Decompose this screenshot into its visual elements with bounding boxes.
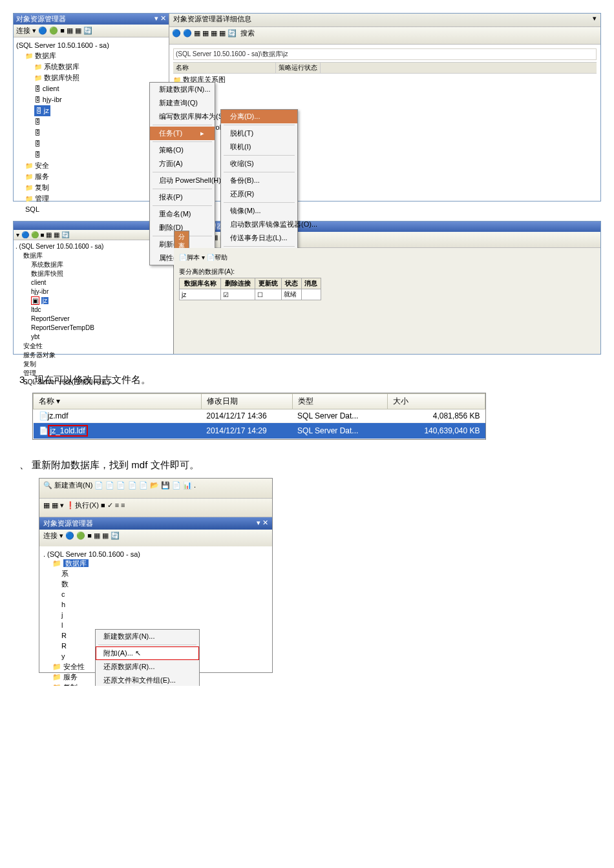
- file-header-row: 名称 ▾ 修改日期 类型 大小: [34, 394, 485, 409]
- fig1-left-title: 对象资源管理器 ▾ ✕: [14, 14, 169, 25]
- tree-item[interactable]: [34, 116, 166, 127]
- fig1-tree[interactable]: (SQL Server 10.50.1600 - sa) 数据库 系统数据库 数…: [14, 37, 169, 217]
- tree-item[interactable]: [34, 138, 166, 149]
- tree-item[interactable]: j: [61, 610, 268, 620]
- tree-folder[interactable]: 复制: [25, 182, 166, 193]
- step4-text: 、 重新附加数据库，找到 mdf 文件即可。: [19, 459, 601, 471]
- tree-folder[interactable]: 服务: [25, 171, 166, 182]
- cm1-item[interactable]: 新建数据库(N)...: [150, 83, 215, 96]
- fig4-tree[interactable]: . (SQL Server 10.50.1600 - sa) 📁 数据库 系 数…: [39, 546, 272, 686]
- cm2-item[interactable]: 备份(B)...: [221, 174, 297, 187]
- cm2-detach[interactable]: 分离(D)...: [221, 110, 297, 123]
- cm1-task-item[interactable]: 任务(T) ▸: [150, 127, 215, 140]
- tree-item[interactable]: client: [34, 83, 166, 94]
- cm1-item[interactable]: 新建查询(Q): [150, 96, 215, 110]
- cm1-item[interactable]: 方面(A): [150, 157, 215, 170]
- list-item[interactable]: 表: [173, 85, 597, 94]
- cm2-item[interactable]: 联机(I): [221, 140, 297, 154]
- tree-folder[interactable]: 安全: [25, 160, 166, 171]
- fig4-toolbar[interactable]: 连接 ▾ 🔵 🟢 ■ ▦ ▦ 🔄: [39, 530, 272, 546]
- cm1-item[interactable]: 编写数据库脚本为(S): [150, 110, 215, 123]
- file-row-mdf[interactable]: 📄jz.mdf 2014/12/17 14:36 SQL Server Dat.…: [34, 409, 485, 423]
- menu4-attach[interactable]: 附加(A)... ↖: [96, 646, 199, 660]
- tree-item-jz[interactable]: jz: [34, 105, 50, 116]
- tree-item[interactable]: hjy-ibr: [34, 94, 166, 105]
- cm2-item[interactable]: 还原(R): [221, 187, 297, 201]
- fig1-right-toolbar[interactable]: 🔵 🔵 ▦ ▦ ▦ ▦ 🔄 搜索: [169, 27, 600, 45]
- fig2-crumb[interactable]: 📄脚本 ▾ 📄帮助: [179, 253, 595, 262]
- cm2-item[interactable]: 传送事务日志(L)...: [221, 231, 297, 245]
- menu4-item[interactable]: 还原文件和文件组(E)...: [96, 674, 199, 686]
- detach-row[interactable]: jz ☑ ☐ 就绪: [180, 289, 321, 300]
- tree-item[interactable]: 数: [61, 579, 268, 589]
- fig1-right-crumb: (SQL Server 10.50.1600 - sa)\数据库\jz: [173, 48, 597, 60]
- tree-item[interactable]: c: [61, 589, 268, 599]
- cm2-item[interactable]: 收缩(S): [221, 157, 297, 170]
- fig4-attach: 🔍 新建查询(N) 📄 📄 📄 📄 📄 📂 💾 📄 📊 . ▦ ▦ ▾ ❗执行(…: [39, 478, 273, 673]
- cm1-item[interactable]: 策略(O): [150, 143, 215, 157]
- fig4-server: . (SQL Server 10.50.1600 - sa): [43, 550, 268, 558]
- cm2-item[interactable]: 脱机(T): [221, 127, 297, 140]
- menu4-item[interactable]: 还原数据库(R)...: [96, 660, 199, 674]
- fig2-detach-label: 要分离的数据库(A):: [179, 267, 595, 276]
- fig4-db-node[interactable]: 📁 数据库: [52, 558, 268, 568]
- tree-item[interactable]: 系: [61, 568, 268, 579]
- tree-item[interactable]: [34, 149, 166, 160]
- list-item[interactable]: 数据库关系图: [173, 75, 597, 85]
- step3-text: 3、现在可以修改日志文件名。: [19, 374, 601, 386]
- list-item[interactable]: 视图: [173, 94, 597, 104]
- cm2-item[interactable]: 启动数据库镜像监视器(O)...: [221, 218, 297, 231]
- tree-item[interactable]: 数据库快照: [34, 72, 166, 83]
- fig1-server: (SQL Server 10.50.1600 - sa): [16, 40, 166, 50]
- fig1-left-winbtn[interactable]: ▾ ✕: [154, 14, 166, 24]
- fig2-jz-node[interactable]: ▣ jz: [31, 296, 171, 305]
- cm1-item[interactable]: 重命名(M): [150, 207, 215, 221]
- fig1-left-pane: 对象资源管理器 ▾ ✕ 连接 ▾ 🔵 🟢 ■ ▦ ▦ 🔄 (SQL Server…: [14, 14, 169, 201]
- fig3-file-table: 名称 ▾ 修改日期 类型 大小 📄jz.mdf 2014/12/17 14:36…: [32, 393, 486, 440]
- cm2-item[interactable]: 镜像(M)...: [221, 204, 297, 218]
- fig1-right-header: 名称 策略运行状态: [173, 62, 597, 74]
- fig1-detach-context-menu: 对象资源管理器 ▾ ✕ 连接 ▾ 🔵 🟢 ■ ▦ ▦ 🔄 (SQL Server…: [13, 13, 601, 202]
- tree-item[interactable]: [34, 127, 166, 138]
- tree-folder[interactable]: 管理: [25, 193, 166, 204]
- tree-folder[interactable]: SQL: [25, 204, 166, 214]
- fig1-toolbar[interactable]: 连接 ▾ 🔵 🟢 ■ ▦ ▦ 🔄: [14, 25, 169, 37]
- fig4-menubar[interactable]: 🔍 新建查询(N) 📄 📄 📄 📄 📄 📂 💾 📄 📊 .: [39, 479, 272, 499]
- detach-table[interactable]: 数据库名称 删除连接 更新统 状态 消息 jz ☑ ☐ 就绪: [179, 278, 321, 300]
- menu4-new[interactable]: 新建数据库(N)...: [96, 630, 199, 643]
- fig2-detach-dialog: ▾ ✕ ▾ 🔵 🟢 ■ ▦ ▦ 🔄 . (SQL Server 10.50.16…: [13, 221, 601, 355]
- fig4-toolbar2[interactable]: ▦ ▦ ▾ ❗执行(X) ■ ✓ ≡ ≡: [39, 499, 272, 517]
- cm1-item[interactable]: 报表(P): [150, 191, 215, 204]
- fig4-object-explorer-title: 对象资源管理器 ▾ ✕: [39, 517, 272, 530]
- tree-item[interactable]: h: [61, 599, 268, 610]
- fig4-context-menu[interactable]: 新建数据库(N)... 附加(A)... ↖ 还原数据库(R)... 还原文件和…: [95, 629, 200, 686]
- file-row-ldf[interactable]: 📄jz_1old.ldf 2014/12/17 14:29 SQL Server…: [34, 423, 485, 439]
- cm1-item[interactable]: 启动 PowerShell(H): [150, 174, 215, 187]
- fig1-right-title: 对象资源管理器详细信息 ▾: [169, 14, 600, 27]
- fig2-server: . (SQL Server 10.50.1600 - sa): [16, 242, 171, 251]
- fig1-db-root[interactable]: 数据库: [25, 50, 166, 61]
- fig1-left-title-text: 对象资源管理器: [16, 14, 66, 24]
- tree-item[interactable]: 系统数据库: [34, 61, 166, 72]
